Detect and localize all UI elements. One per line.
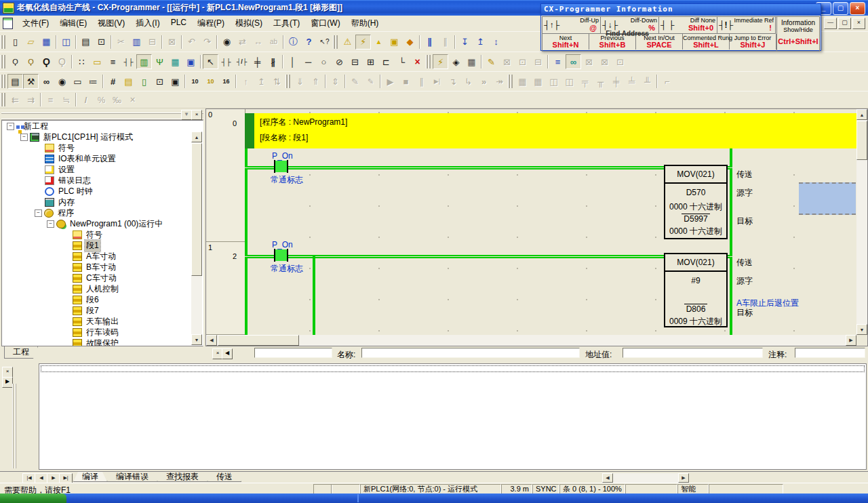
work-online-button[interactable]: ⚡ — [433, 54, 448, 69]
help-button[interactable]: ? — [301, 35, 317, 49]
corner-button[interactable]: └ — [394, 54, 410, 69]
tree-item-section-c-che[interactable]: C车寸动 — [2, 273, 203, 283]
section-list-button[interactable]: ▯ — [136, 74, 152, 89]
local-symbol-button[interactable]: ▤ — [121, 74, 136, 89]
open-button[interactable]: ▱ — [23, 35, 39, 49]
compile-all-programs-button[interactable]: ⚡ — [355, 35, 371, 49]
upload-button[interactable]: ↥ — [473, 35, 488, 49]
restore-button[interactable]: ▢ — [833, 2, 848, 15]
ladder-vscrollbar[interactable]: ▲ ▼ — [856, 109, 867, 335]
zoom-tool-button[interactable]: Ϙ — [7, 54, 23, 69]
change-plc-button[interactable]: ◫ — [58, 35, 74, 49]
rung-margin-cell[interactable]: 0 0 — [206, 109, 245, 242]
edit-comment-button[interactable]: ✎ — [484, 54, 499, 69]
tree-item-section-duan6[interactable]: 段6 — [2, 294, 203, 305]
address-bar-back-button[interactable]: ◀ — [222, 348, 233, 359]
tree-item-error-log[interactable]: 错误日志 — [2, 175, 203, 186]
print-button[interactable]: ▤ — [78, 35, 94, 49]
tab-find-report[interactable]: 查找报表 — [157, 472, 208, 482]
menu-plc[interactable]: PLC — [165, 16, 192, 31]
instruction-mov-2[interactable]: MOV(021) #9 D806 0009 十六进制 — [664, 253, 728, 327]
pause-monitor-button[interactable]: ∥ — [422, 35, 437, 49]
download-button[interactable]: ↧ — [457, 35, 473, 49]
function-block-button[interactable]: ⊏ — [378, 54, 394, 69]
output-grabber[interactable] — [12, 384, 16, 468]
mdi-restore-button[interactable]: ▢ — [838, 18, 851, 29]
print-preview-button[interactable]: ⊡ — [94, 35, 109, 49]
show-sections-button[interactable]: ▥ — [136, 54, 152, 69]
tree-item-section-guzhang[interactable]: 故障保护 — [2, 338, 203, 346]
contact-p-on[interactable] — [275, 161, 287, 172]
monitor-io-button[interactable]: ┤├ — [121, 54, 136, 69]
new-instruction-button[interactable]: ⊟ — [347, 54, 363, 69]
close-button[interactable]: × — [850, 2, 865, 15]
rung-comment-dialog-button[interactable]: ⊡ — [152, 74, 167, 89]
new-closed-contact-button[interactable]: ┤/├ — [234, 54, 250, 69]
scroll-down-icon[interactable]: ▼ — [856, 324, 867, 335]
rung-comment-block[interactable]: [程序名 : NewProgram1] [段名称 : 段1] — [245, 113, 856, 148]
menu-help[interactable]: 帮助(H) — [346, 16, 384, 31]
ladder-hscrollbar[interactable]: ◀ ▶ — [206, 335, 856, 346]
toggle-output-window-button[interactable]: ⚒ — [23, 74, 39, 89]
scroll-left-icon[interactable]: ◀ — [602, 473, 613, 483]
info-popup-title[interactable]: CX-Programmer Information — [541, 4, 821, 16]
workspace-close-button[interactable]: × — [191, 110, 202, 120]
output-expand-button[interactable]: ▶ — [2, 377, 13, 388]
menu-view[interactable]: 视图(V) — [92, 16, 130, 31]
menu-file[interactable]: 文件(F) — [17, 16, 54, 31]
new-contact-button[interactable]: ┤├ — [218, 54, 234, 69]
new-plc-instruction-button[interactable]: ⊞ — [363, 54, 378, 69]
ladder-canvas[interactable]: [程序名 : NewProgram1] [段名称 : 段1] P_On 常通标志… — [245, 109, 856, 335]
cross-reference-window-button[interactable]: ◉ — [54, 74, 70, 89]
delete-button[interactable]: × — [410, 54, 425, 69]
menu-program[interactable]: 编程(P) — [192, 16, 230, 31]
tab-compile[interactable]: 编译 — [73, 472, 107, 482]
address-input[interactable] — [623, 348, 763, 358]
compare-button[interactable]: ↕ — [488, 35, 504, 49]
save-button[interactable]: ▦ — [39, 35, 54, 49]
scroll-up-icon[interactable]: ▲ — [856, 109, 867, 120]
symbol-table-button[interactable]: ▦ — [167, 54, 183, 69]
comment-input[interactable] — [795, 348, 865, 358]
tree-item-section-duan7[interactable]: 段7 — [2, 305, 203, 316]
select-mode-button[interactable]: ↖ — [203, 54, 218, 69]
watch-window-button[interactable]: ∞ — [39, 74, 54, 89]
monitor-hex-button[interactable]: 16 — [218, 74, 234, 89]
contact-p-on[interactable] — [275, 249, 287, 261]
output-selected-row[interactable] — [41, 365, 865, 372]
tree-item-plc-clock[interactable]: PLC 时钟 — [2, 186, 203, 197]
menu-window[interactable]: 窗口(W) — [305, 16, 345, 31]
expand-icon[interactable]: − — [20, 134, 28, 141]
zoom-in-button[interactable]: Ϙ — [39, 54, 54, 69]
io-comment-dialog-button[interactable]: ▣ — [167, 74, 183, 89]
tree-item-memory[interactable]: 内存 — [2, 197, 203, 207]
watch-sheet-button[interactable]: ≡ — [550, 54, 566, 69]
new-or-contact-button[interactable]: ╪ — [250, 54, 265, 69]
tab-compile-errors[interactable]: 编译错误 — [107, 472, 157, 482]
info-button[interactable]: ⓘ — [285, 35, 301, 49]
monitor-decimal-button[interactable]: 10 — [187, 74, 203, 89]
vertical-line-button[interactable]: │ — [285, 54, 300, 69]
section-tree-button[interactable]: Ψ — [152, 54, 167, 69]
tab-project[interactable]: 工程 — [4, 346, 38, 359]
transfer-warning-button[interactable]: ▣ — [387, 35, 402, 49]
scroll-up-icon[interactable]: ▲ — [191, 132, 202, 142]
tree-item-project[interactable]: − 新工程 — [2, 121, 203, 132]
monitoring-button[interactable]: ∞ — [566, 54, 581, 69]
copy-button[interactable]: ▥ — [129, 35, 144, 49]
tree-item-program-symbols[interactable]: 符号 — [2, 229, 203, 240]
monitor-signed-decimal-button[interactable]: 10 — [203, 74, 218, 89]
toggle-project-window-button[interactable]: ▤ — [7, 74, 23, 89]
tree-item-section-tianche[interactable]: 天车输出 — [2, 316, 203, 327]
tree-item-section-duan1[interactable]: 段1 — [2, 240, 203, 251]
rung-margin-cell[interactable]: 1 2 — [206, 242, 245, 335]
operand-field[interactable] — [254, 348, 332, 358]
cross-reference-report-button[interactable]: # — [105, 74, 121, 89]
menu-tools[interactable]: 工具(T) — [268, 16, 305, 31]
compile-button[interactable]: ⚠ — [340, 35, 355, 49]
expand-icon[interactable]: − — [7, 123, 14, 130]
workspace-dropdown-button[interactable]: ▼ — [181, 110, 192, 120]
scroll-down-icon[interactable]: ▼ — [191, 334, 202, 345]
mdi-minimize-button[interactable]: — — [824, 18, 837, 29]
program-check-button[interactable]: ◆ — [402, 35, 418, 49]
